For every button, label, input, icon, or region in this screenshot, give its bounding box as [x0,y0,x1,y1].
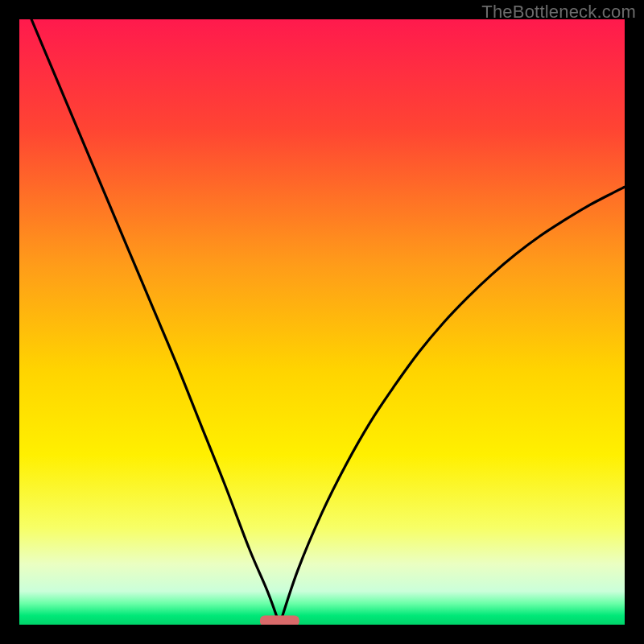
minimum-marker [260,615,299,625]
gradient-background [19,19,625,625]
chart-frame [19,19,625,625]
bottleneck-chart [19,19,625,625]
